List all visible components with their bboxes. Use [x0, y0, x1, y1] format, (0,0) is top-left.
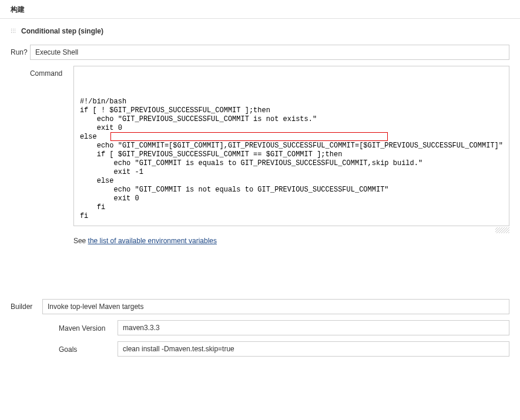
builder-select[interactable]: Invoke top-level Maven targets [42, 299, 509, 314]
step-header[interactable]: Conditional step (single) [11, 19, 509, 45]
command-label: Command [30, 66, 73, 78]
env-variables-link[interactable]: the list of available environment variab… [88, 237, 217, 245]
builder-label: Builder [11, 299, 42, 311]
command-textarea[interactable]: #!/bin/bashif [ ! $GIT_PREVIOUS_SUCCESSF… [73, 66, 509, 226]
run-label: Run? [11, 45, 30, 56]
code-line: exit 0 [80, 194, 503, 203]
resize-grip-icon[interactable] [495, 227, 509, 233]
code-line: if [ $GIT_PREVIOUS_SUCCESSFUL_COMMIT == … [80, 150, 503, 159]
drag-handle-icon[interactable] [11, 28, 16, 34]
run-select[interactable]: Execute Shell [30, 45, 509, 60]
code-line: else [80, 177, 503, 186]
maven-version-select[interactable]: maven3.3.3 [118, 320, 509, 335]
maven-version-label: Maven Version [59, 323, 118, 332]
resize-bar [73, 227, 509, 233]
build-section-header: 构建 [0, 0, 520, 19]
code-line: if [ ! $GIT_PREVIOUS_SUCCESSFUL_COMMIT ]… [80, 106, 503, 115]
code-line: #!/bin/bash [80, 98, 503, 106]
step-title: Conditional step (single) [21, 27, 103, 35]
code-line: echo "GIT_COMMIT=[$GIT_COMMIT],GIT_PREVI… [80, 142, 503, 150]
code-line: exit -1 [80, 168, 503, 177]
code-line: fi [80, 203, 503, 212]
goals-label: Goals [59, 344, 118, 354]
code-line: else [80, 133, 503, 142]
env-hint: See the list of available environment va… [73, 233, 509, 245]
goals-input[interactable] [118, 341, 509, 357]
code-line: echo "GIT_PREVIOUS_SUCCESSFUL_COMMIT is … [80, 115, 503, 124]
code-line: fi [80, 212, 503, 221]
code-line: exit 0 [80, 124, 503, 133]
code-line: echo "GIT_COMMIT is not equals to GIT_PR… [80, 186, 503, 194]
code-line: echo "GIT_COMMIT is equals to GIT_PREVIO… [80, 159, 503, 168]
